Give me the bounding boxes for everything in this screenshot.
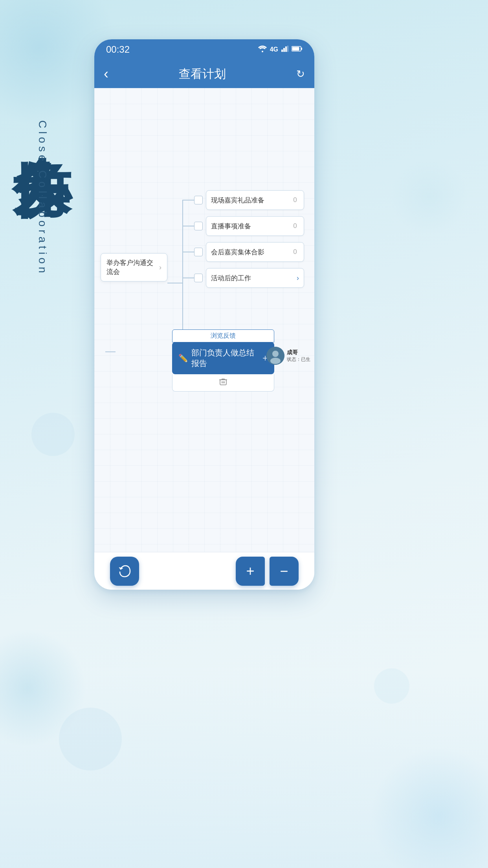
- user-status-text-active: 状态：已生: [287, 356, 310, 363]
- grid-background: [94, 88, 314, 552]
- undo-button[interactable]: [110, 557, 139, 586]
- status-bar: 00:32 4G: [94, 39, 314, 60]
- undo-icon: [117, 564, 132, 578]
- subtask-row-4-content[interactable]: 活动后的工作 ›: [194, 268, 304, 288]
- subtask-list: 现场嘉宾礼品准备 0 Memony 状态：已: [182, 190, 304, 294]
- svg-point-0: [262, 51, 263, 52]
- subtask-box-4[interactable]: 活动后的工作 ›: [206, 268, 304, 288]
- subtask-arrow-icon-4: ›: [297, 274, 299, 282]
- parent-task[interactable]: 举办客户沟通交流会 ›: [101, 253, 167, 281]
- bubble-5: [374, 668, 409, 704]
- subtask-row-3: 会后嘉宾集体合影 0 Memony 状态：未生: [182, 242, 304, 262]
- status-icons: 4G: [258, 45, 303, 54]
- chinese-title: 多人协作: [12, 110, 73, 116]
- english-subtitle: Close Collaboration: [36, 120, 49, 276]
- signal-icon: 4G: [270, 46, 278, 53]
- subtask-row-4: 活动后的工作 › 按月循环 按月循环: [182, 268, 304, 288]
- active-task-container: 浏览反馈 ✏️ 部门负责人做总结报告 +: [172, 329, 274, 392]
- subtask-label-3: 会后嘉宾集体合影: [211, 248, 264, 257]
- page-title: 查看计划: [179, 66, 226, 82]
- subtask-checkbox-2[interactable]: [194, 222, 203, 230]
- subtask-row-2-content[interactable]: 直播事项准备 0: [194, 216, 304, 236]
- app-content: 举办客户沟通交流会 › 现场嘉宾礼品准备 0: [94, 88, 314, 552]
- zoom-in-button[interactable]: +: [236, 557, 265, 586]
- minus-icon: −: [280, 563, 288, 579]
- bg-decoration-4: [390, 157, 468, 236]
- subtask-box-1[interactable]: 现场嘉宾礼品准备 0: [206, 190, 304, 210]
- subtask-box-3[interactable]: 会后嘉宾集体合影 0: [206, 242, 304, 262]
- user-name-active: 成哥: [287, 349, 310, 356]
- zoom-out-button[interactable]: −: [270, 557, 299, 586]
- browse-feedback-label: 浏览反馈: [172, 329, 274, 342]
- wifi-icon: [258, 45, 267, 54]
- conn-h-active: [105, 351, 116, 352]
- avatar-active: [266, 347, 284, 365]
- svg-point-23: [272, 351, 279, 357]
- parent-task-label: 举办客户沟通交流会: [106, 258, 159, 276]
- subtask-row-1-content[interactable]: 现场嘉宾礼品准备 0: [194, 190, 304, 210]
- user-status-active: 成哥 状态：已生: [287, 349, 310, 363]
- subtask-count-3: 0: [291, 248, 299, 256]
- zoom-button-group: + −: [236, 557, 299, 586]
- svg-point-24: [270, 358, 281, 364]
- subtask-label-1: 现场嘉宾礼品准备: [211, 196, 264, 205]
- svg-rect-7: [301, 48, 302, 50]
- subtask-checkbox-3[interactable]: [194, 248, 203, 256]
- battery-icon: [292, 46, 303, 54]
- expand-arrow-icon: ›: [159, 263, 161, 272]
- subtask-count-2: 0: [291, 222, 299, 230]
- conn-h-1: [182, 200, 194, 200]
- back-button[interactable]: ‹: [104, 66, 108, 82]
- subtask-count-1: 0: [291, 196, 299, 204]
- edit-icon: ✏️: [178, 353, 188, 363]
- subtask-label-2: 直播事项准备: [211, 222, 251, 231]
- conn-h-3: [182, 252, 194, 252]
- refresh-button[interactable]: ↻: [296, 68, 305, 80]
- app-header: ‹ 查看计划 ↻: [94, 60, 314, 88]
- bubble-3: [31, 413, 75, 456]
- bottom-watercolor: [0, 671, 488, 868]
- subtask-row-1: 现场嘉宾礼品准备 0 Memony 状态：已: [182, 190, 304, 210]
- status-time: 00:32: [106, 44, 130, 55]
- svg-rect-1: [281, 50, 283, 52]
- trash-icon: [219, 377, 227, 386]
- active-task-label: 部门负责人做总结报告: [191, 348, 259, 369]
- plus-icon: +: [246, 563, 254, 579]
- conn-h-4: [182, 278, 194, 278]
- subtask-checkbox-4[interactable]: [194, 274, 203, 282]
- active-task-row[interactable]: ✏️ 部门负责人做总结报告 +: [172, 342, 274, 374]
- conn-h-2: [182, 226, 194, 226]
- bg-decoration-3: [370, 747, 488, 868]
- svg-rect-2: [283, 48, 285, 52]
- svg-rect-6: [292, 47, 299, 50]
- connector-h-main: [167, 283, 183, 283]
- left-decoration: 多人协作 Close Collaboration: [12, 110, 73, 276]
- subtask-row-2: 直播事项准备 0 成哥 状态：已生: [182, 216, 304, 236]
- svg-rect-3: [285, 46, 287, 52]
- bottom-toolbar: + −: [94, 552, 314, 590]
- bubble-4: [59, 708, 122, 771]
- parent-task-box[interactable]: 举办客户沟通交流会 ›: [101, 253, 167, 281]
- phone-mockup: 00:32 4G: [94, 39, 314, 590]
- delete-button[interactable]: [172, 374, 274, 392]
- user-info-active: 成哥 状态：已生: [266, 347, 310, 365]
- subtask-row-3-content[interactable]: 会后嘉宾集体合影 0: [194, 242, 304, 262]
- subtask-checkbox-1[interactable]: [194, 196, 203, 204]
- subtask-label-4: 活动后的工作: [211, 274, 251, 283]
- svg-rect-4: [287, 46, 288, 52]
- subtask-box-2[interactable]: 直播事项准备 0: [206, 216, 304, 236]
- signal-bars-icon: [281, 46, 288, 54]
